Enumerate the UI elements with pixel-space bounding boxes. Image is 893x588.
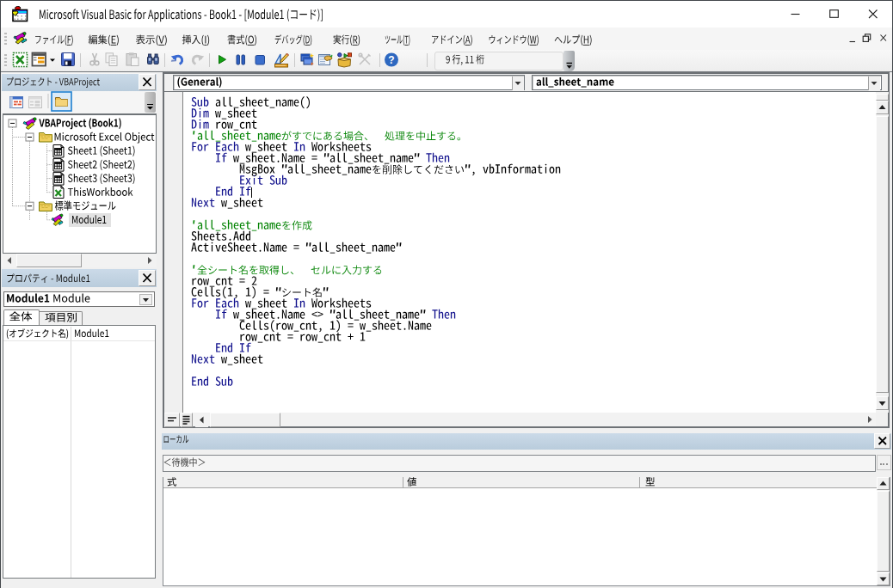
svg-text:?: ? xyxy=(388,54,394,66)
